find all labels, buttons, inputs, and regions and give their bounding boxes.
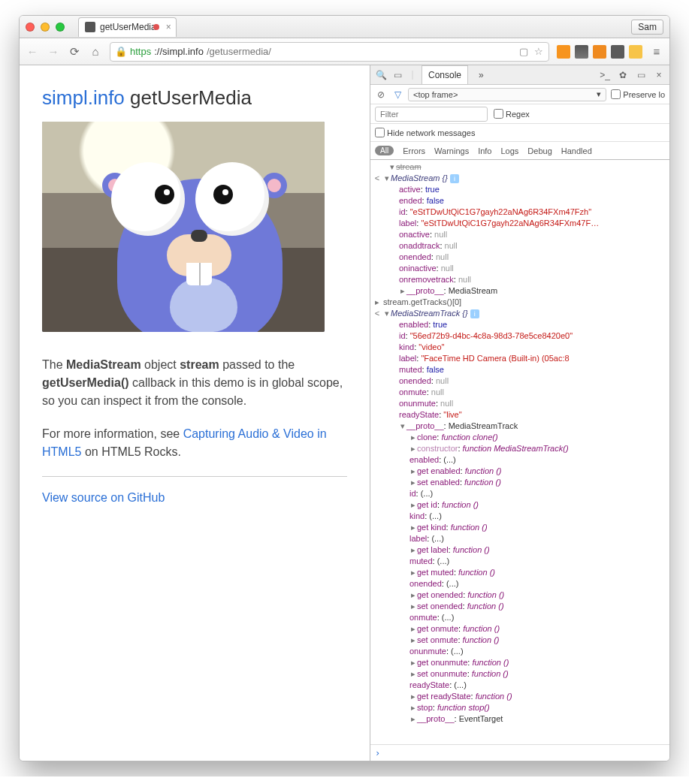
text-bold: MediaStream xyxy=(66,358,141,371)
settings-gear-icon[interactable]: ✿ xyxy=(617,70,629,80)
prop-val: function () xyxy=(476,692,512,701)
prop-val: null xyxy=(445,241,458,250)
disclosure-icon[interactable]: ▸ xyxy=(409,601,417,612)
level-logs[interactable]: Logs xyxy=(501,146,519,155)
level-info[interactable]: Info xyxy=(478,146,491,155)
minimize-window-button[interactable] xyxy=(41,23,50,32)
devtools-close-icon[interactable]: × xyxy=(653,70,665,80)
disclosure-icon[interactable]: ▾ xyxy=(383,173,391,184)
disclosure-icon[interactable]: ▸ xyxy=(409,691,417,702)
prop-val: (...) xyxy=(437,556,450,565)
extension-icon[interactable] xyxy=(611,45,624,59)
prop-key: enabled xyxy=(399,320,428,329)
disclosure-icon[interactable]: < xyxy=(373,308,381,319)
menu-button[interactable]: ≡ xyxy=(650,45,663,59)
prop-val: function clone() xyxy=(441,433,497,442)
level-handled[interactable]: Handled xyxy=(561,146,592,155)
disclosure-icon[interactable]: ▸ xyxy=(409,443,417,454)
url-path: /getusermedia/ xyxy=(207,46,271,57)
browser-tab[interactable]: getUserMedia × xyxy=(78,17,177,37)
console-object[interactable]: MediaStreamTrack {} xyxy=(391,309,468,318)
disclosure-icon[interactable]: ▾ xyxy=(399,421,406,432)
disclosure-icon[interactable]: ▸ xyxy=(409,702,417,713)
source-link[interactable]: View source on GitHub xyxy=(42,491,165,504)
info-badge-icon[interactable]: i xyxy=(470,309,479,318)
profile-button[interactable]: Sam xyxy=(631,20,663,35)
regex-checkbox[interactable]: Regex xyxy=(494,109,530,119)
level-debug[interactable]: Debug xyxy=(527,146,552,155)
addr-actions: ▢ ☆ xyxy=(518,47,544,57)
prop-val: false xyxy=(427,196,444,205)
extension-icon[interactable] xyxy=(593,45,606,59)
tab-close-icon[interactable]: × xyxy=(166,22,171,32)
filter-input[interactable] xyxy=(375,107,488,122)
forward-button[interactable]: → xyxy=(47,45,60,59)
prop-val: (...) xyxy=(454,680,467,689)
close-window-button[interactable] xyxy=(26,23,35,32)
preserve-label: Preserve lo xyxy=(623,90,665,99)
prop-key: __proto__ xyxy=(406,286,444,295)
prop-val: (...) xyxy=(451,647,464,656)
frame-selector[interactable]: <top frame> ▾ xyxy=(408,88,606,101)
disclosure-icon[interactable]: ▸ xyxy=(399,285,406,297)
bookmark-star-icon[interactable]: ☆ xyxy=(533,47,544,57)
prop-val: function () xyxy=(464,478,501,487)
disclosure-icon[interactable]: ▸ xyxy=(373,297,381,308)
console-object[interactable]: MediaStream {} xyxy=(391,173,448,182)
disclosure-icon[interactable]: ▸ xyxy=(409,623,417,635)
disclosure-icon[interactable]: ▸ xyxy=(409,466,417,477)
console-output[interactable]: ▾stream < ▾MediaStream {} i active: true… xyxy=(370,160,669,744)
level-warnings[interactable]: Warnings xyxy=(434,146,469,155)
extension-icon[interactable] xyxy=(575,45,588,59)
disclosure-icon[interactable]: ▸ xyxy=(409,522,417,533)
tab-more[interactable]: » xyxy=(473,65,490,84)
disclosure-icon[interactable]: ▾ xyxy=(383,308,391,319)
inspect-icon[interactable]: 🔍 xyxy=(375,70,387,80)
disclosure-icon[interactable]: ▸ xyxy=(409,590,417,601)
zoom-window-button[interactable] xyxy=(56,23,65,32)
disclosure-icon[interactable]: ▸ xyxy=(409,713,417,725)
prop-key: enabled xyxy=(409,455,439,464)
console-prompt[interactable]: › xyxy=(370,744,669,761)
disclosure-icon[interactable]: ▸ xyxy=(409,477,417,488)
disclosure-icon[interactable]: ▸ xyxy=(409,544,417,556)
prop-val: function () xyxy=(465,466,502,475)
address-bar[interactable]: 🔒 https://simpl.info/getusermedia/ ▢ ☆ xyxy=(110,42,549,62)
tab-console[interactable]: Console xyxy=(422,65,468,84)
prop-val: function MediaStreamTrack() xyxy=(463,444,569,453)
disclosure-icon[interactable]: < xyxy=(373,173,381,184)
back-button[interactable]: ← xyxy=(26,45,39,59)
prop-key: constructor xyxy=(417,444,458,453)
disclosure-icon[interactable]: ▸ xyxy=(409,432,417,443)
dock-icon[interactable]: ▭ xyxy=(635,70,647,80)
prop-val: MediaStreamTrack xyxy=(449,421,518,430)
disclosure-icon[interactable]: ▸ xyxy=(409,567,417,578)
device-mode-icon[interactable]: ▭ xyxy=(391,70,403,80)
level-all[interactable]: All xyxy=(375,146,394,155)
disclosure-icon[interactable]: ▸ xyxy=(409,499,417,511)
reload-button[interactable]: ⟳ xyxy=(68,45,81,59)
prop-val: function stop() xyxy=(437,703,490,712)
clear-console-icon[interactable]: ⊘ xyxy=(375,89,387,100)
traffic-lights xyxy=(26,23,65,32)
preserve-log-checkbox[interactable]: Preserve lo xyxy=(611,89,665,99)
level-errors[interactable]: Errors xyxy=(403,146,425,155)
prop-val: function () xyxy=(453,545,490,554)
prop-val: function () xyxy=(472,669,509,678)
disclosure-icon[interactable]: ▸ xyxy=(409,657,417,668)
camera-permission-icon[interactable]: ▢ xyxy=(518,47,529,57)
disclosure-icon[interactable]: ▸ xyxy=(409,635,417,646)
prop-key: onactive xyxy=(399,230,430,239)
disclosure-icon[interactable]: ▾ xyxy=(388,161,396,173)
extension-icon[interactable] xyxy=(629,45,642,59)
disclosure-icon[interactable]: ▸ xyxy=(409,668,417,680)
title-link[interactable]: simpl.info xyxy=(42,86,125,109)
divider xyxy=(42,476,347,477)
hide-network-checkbox[interactable]: Hide network messages xyxy=(375,128,475,137)
prop-val: function () xyxy=(442,500,479,509)
drawer-icon[interactable]: >_ xyxy=(599,70,611,80)
info-badge-icon[interactable]: i xyxy=(450,174,459,183)
filter-funnel-icon[interactable]: ▽ xyxy=(391,89,403,100)
home-button[interactable]: ⌂ xyxy=(89,45,102,59)
extension-icon[interactable] xyxy=(557,45,570,59)
